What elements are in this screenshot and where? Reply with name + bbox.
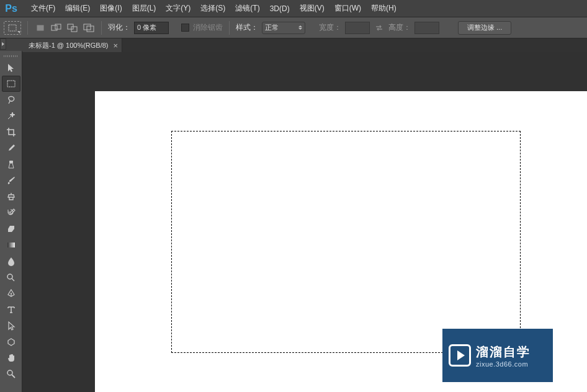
shape-tool[interactable] xyxy=(2,334,20,350)
gradient-tool[interactable] xyxy=(2,237,20,253)
svg-rect-0 xyxy=(9,25,16,31)
menu-3d[interactable]: 3D(D) xyxy=(265,2,295,16)
svg-rect-8 xyxy=(7,81,15,87)
watermark: 溜溜自学 zixue.3d66.com xyxy=(442,329,553,382)
style-value: 正常 xyxy=(265,23,279,32)
spot-healing-tool[interactable] xyxy=(2,156,20,172)
add-to-selection-icon[interactable] xyxy=(50,22,63,33)
svg-point-11 xyxy=(7,274,12,279)
options-bar: 羽化： 消除锯齿 样式： 正常 宽度： 高度： 调整边缘 ... xyxy=(0,17,587,38)
separator xyxy=(27,21,28,35)
menu-file[interactable]: 文件(F) xyxy=(26,1,60,16)
brush-tool[interactable] xyxy=(2,172,20,189)
swap-dimensions-icon xyxy=(374,22,385,33)
magic-wand-tool[interactable] xyxy=(2,108,20,124)
app-logo: Ps xyxy=(4,3,19,14)
menu-filter[interactable]: 滤镜(T) xyxy=(230,1,264,16)
refine-edge-button[interactable]: 调整边缘 ... xyxy=(458,21,511,35)
blur-tool[interactable] xyxy=(2,253,20,269)
height-input xyxy=(414,22,439,34)
tool-preset-picker[interactable] xyxy=(4,21,21,35)
tools-panel xyxy=(0,51,22,392)
svg-point-12 xyxy=(11,293,12,294)
anti-alias-checkbox xyxy=(181,24,189,32)
svg-rect-10 xyxy=(7,243,15,247)
subtract-from-selection-icon[interactable] xyxy=(66,22,79,33)
pen-tool[interactable] xyxy=(2,285,20,301)
menu-window[interactable]: 窗口(W) xyxy=(329,1,366,16)
menu-select[interactable]: 选择(S) xyxy=(195,1,230,16)
history-brush-tool[interactable] xyxy=(2,205,20,221)
style-label: 样式： xyxy=(236,22,258,33)
selection-marquee xyxy=(171,131,521,353)
separator xyxy=(229,21,230,35)
menu-type[interactable]: 文字(Y) xyxy=(161,1,195,16)
type-tool[interactable] xyxy=(2,301,20,318)
hand-tool[interactable] xyxy=(2,350,20,366)
svg-rect-1 xyxy=(37,25,44,31)
marquee-tool[interactable] xyxy=(2,76,20,92)
dock-expand-grip[interactable] xyxy=(0,38,6,50)
menu-bar: Ps 文件(F) 编辑(E) 图像(I) 图层(L) 文字(Y) 选择(S) 滤… xyxy=(0,0,587,17)
watermark-url: zixue.3d66.com xyxy=(476,360,531,368)
menu-image[interactable]: 图像(I) xyxy=(95,1,127,16)
zoom-tool[interactable] xyxy=(2,366,20,382)
document-tab-title: 未标题-1 @ 100%(RGB/8) xyxy=(29,41,109,50)
feather-input[interactable] xyxy=(134,22,169,34)
svg-point-14 xyxy=(7,370,12,375)
close-icon[interactable]: × xyxy=(114,41,119,50)
watermark-title: 溜溜自学 xyxy=(476,344,531,360)
eyedropper-tool[interactable] xyxy=(2,140,20,156)
height-label: 高度： xyxy=(388,22,411,33)
document-tab[interactable]: 未标题-1 @ 100%(RGB/8) × xyxy=(22,38,122,52)
eraser-tool[interactable] xyxy=(2,221,20,237)
menu-edit[interactable]: 编辑(E) xyxy=(60,1,95,16)
width-input xyxy=(345,22,370,34)
menu-layer[interactable]: 图层(L) xyxy=(127,1,161,16)
width-label: 宽度： xyxy=(319,22,341,33)
new-selection-icon[interactable] xyxy=(34,22,47,33)
canvas-area[interactable]: 溜溜自学 zixue.3d66.com xyxy=(22,52,587,392)
play-icon xyxy=(449,344,471,367)
dodge-tool[interactable] xyxy=(2,269,20,285)
lasso-tool[interactable] xyxy=(2,92,20,108)
feather-label: 羽化： xyxy=(108,22,130,33)
anti-alias-label: 消除锯齿 xyxy=(193,22,223,33)
svg-rect-9 xyxy=(9,161,13,163)
path-selection-tool[interactable] xyxy=(2,318,20,334)
panel-grip[interactable] xyxy=(1,53,21,58)
style-dropdown[interactable]: 正常 xyxy=(262,22,305,34)
svg-rect-2 xyxy=(52,25,57,30)
crop-tool[interactable] xyxy=(2,124,20,140)
document-tab-bar: 未标题-1 @ 100%(RGB/8) × xyxy=(22,38,587,52)
menu-help[interactable]: 帮助(H) xyxy=(366,1,401,16)
intersect-selection-icon[interactable] xyxy=(83,22,95,33)
clone-stamp-tool[interactable] xyxy=(2,189,20,205)
svg-marker-13 xyxy=(8,339,14,345)
separator xyxy=(101,21,102,35)
menu-view[interactable]: 视图(V) xyxy=(295,1,329,16)
svg-rect-3 xyxy=(55,24,61,29)
move-tool[interactable] xyxy=(2,60,20,76)
